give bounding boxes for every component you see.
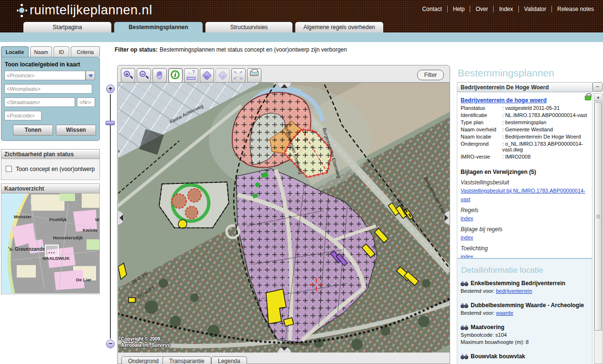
plan-result-box: Bedrijventerrein De Hoge Woerd Bedrijven…: [457, 82, 592, 364]
detail-info-item: Dubbelbestemming Waarde - Archeologie Be…: [461, 302, 589, 316]
nav-contact[interactable]: Contact: [417, 6, 447, 12]
chevron-down-icon: [88, 75, 93, 77]
sidebar-tab-naam[interactable]: Naam: [30, 46, 52, 57]
detail-info-item: Enkelbestemming Bedrijventerrein Bestemd…: [461, 280, 589, 294]
scrollbar-up-arrow[interactable]: ▲: [594, 94, 602, 101]
map-viewport[interactable]: Kleine Achterweg Kleine Achterweg Burgem…: [118, 82, 450, 353]
nav-over[interactable]: Over: [470, 6, 494, 12]
tab-algemene-regels[interactable]: Algemene regels overheden: [295, 21, 384, 32]
province-select[interactable]: [4, 71, 86, 80]
zoom-out-button[interactable]: −: [137, 68, 151, 83]
nav-validator[interactable]: Validator: [519, 6, 552, 12]
woonplaats-input[interactable]: [4, 84, 92, 94]
forward-arrow-icon: →: [218, 71, 227, 80]
pan-button[interactable]: [152, 68, 167, 83]
binoculars-icon: [461, 354, 468, 359]
attachment-link[interactable]: index: [461, 215, 473, 221]
sidebar-tab-locatie[interactable]: Locatie: [1, 46, 29, 57]
nav-release-notes[interactable]: Release notes: [552, 6, 599, 12]
overview-label-poeldijk: Poeldijk: [49, 217, 67, 222]
postcode-input[interactable]: [4, 111, 42, 120]
location-panel-title: Toon locatie/gebied in kaart: [5, 61, 80, 68]
site-header: ruimtelijkeplannen.nl ContactHelpOverInd…: [0, 0, 603, 32]
back-arrow-icon: ←: [202, 71, 212, 80]
detail-row: IMRO-versieIMRO2008: [461, 154, 591, 160]
zoom-slider-handle[interactable]: [106, 121, 115, 125]
measure-button[interactable]: ←?→: [184, 68, 198, 83]
overview-label-honselersdijk: Honselersdijk: [53, 235, 83, 240]
attachment-caption: Bijlage bij regels: [461, 226, 591, 233]
nr-input[interactable]: [77, 97, 95, 107]
info-icon: i: [171, 70, 180, 79]
overview-label-naaldwijk: NAALDWIJK: [43, 256, 70, 261]
print-button[interactable]: [247, 68, 261, 83]
results-panel-title: Bestemmingsplannen: [458, 67, 554, 79]
tab-legenda[interactable]: Legenda: [211, 356, 247, 364]
location-panel: Toon locatie/gebied in kaart Tonen Wisse…: [1, 57, 100, 141]
overview-extent-box[interactable]: [45, 245, 58, 256]
next-extent-button[interactable]: →: [215, 68, 230, 83]
tab-structuurvisies[interactable]: Structuurvisies: [205, 21, 293, 32]
overview-panel-body: Monster Poeldijk W Kwints Honselersdijk …: [1, 193, 100, 294]
nav-help[interactable]: Help: [448, 6, 471, 12]
visibility-panel-header: Zichtbaarheid plan status: [1, 149, 100, 159]
info-button[interactable]: i: [168, 68, 183, 83]
tab-transparantie[interactable]: Transparantie: [162, 356, 211, 364]
full-extent-icon: ↖↗↙↘: [234, 70, 244, 80]
plan-link[interactable]: Bedrijventerrein de hoge woerd: [461, 97, 547, 104]
print-icon: [250, 71, 258, 76]
overview-map[interactable]: Monster Poeldijk W Kwints Honselersdijk …: [1, 193, 99, 293]
full-extent-button[interactable]: ↖↗↙↘: [231, 68, 246, 83]
plan-details: Planstatusvastgesteld 2011-05-31 Identif…: [461, 105, 591, 161]
binoculars-icon: [461, 325, 468, 330]
map-filter-button[interactable]: Filter: [417, 70, 444, 80]
bestemd-voor-link[interactable]: bedrijventerrein: [496, 288, 532, 294]
plan-header: Bedrijventerrein De Hoge Woerd: [457, 82, 592, 92]
attachment-link[interactable]: Vaststellingsbesluit bij NL.IMRO.1783.AB…: [461, 188, 585, 202]
attachment-caption: Vaststellingsbesluit: [461, 179, 591, 186]
tab-ondergrond[interactable]: Ondergrond: [121, 356, 165, 364]
previous-extent-button[interactable]: ←: [200, 68, 214, 83]
sidebar-tab-id[interactable]: ID: [54, 46, 69, 57]
overview-label-monster: Monster: [14, 214, 32, 219]
sidebar-tab-criteria[interactable]: Criteria: [71, 46, 100, 57]
province-dropdown-button[interactable]: [86, 71, 95, 80]
detail-info-item: Bouwvlak bouwvlak: [461, 353, 589, 360]
overview-label-de-lier: De Lier: [76, 277, 92, 282]
bestemd-voor-link[interactable]: waarde: [496, 310, 513, 316]
detail-row: Type planbestemmingsplan: [461, 119, 591, 125]
map-copyright-line2: Aerodata Int. Surveys: [121, 343, 170, 348]
lock-icon: [585, 96, 591, 100]
map-zoom-slider: + −: [106, 85, 115, 348]
tab-bestemmingsplannen[interactable]: Bestemmingsplannen: [114, 21, 203, 32]
attachment-link[interactable]: index: [461, 235, 473, 240]
tab-startpagina[interactable]: Startpagina: [23, 21, 112, 32]
collapse-panel-button[interactable]: −: [592, 82, 603, 92]
concept-checkbox[interactable]: [6, 166, 12, 172]
map-copyright-line1: Copyright © 2009,: [121, 336, 162, 342]
zoom-in-icon: +: [124, 71, 130, 77]
detail-row: Ondergrondo_NL.IMRO.1783.ABP00000014-vas…: [461, 141, 591, 152]
straatnaam-input[interactable]: [4, 97, 75, 107]
panel-scrollbar[interactable]: ▲: [594, 93, 603, 364]
attachment-caption: Regels: [461, 207, 591, 214]
wissen-button[interactable]: Wissen: [56, 125, 96, 136]
nav-index[interactable]: Index: [494, 6, 518, 12]
scrollbar-thumb[interactable]: [594, 102, 602, 331]
zoom-in-slider-button[interactable]: +: [106, 85, 115, 93]
zoom-out-slider-button[interactable]: −: [106, 340, 115, 348]
zoom-in-button[interactable]: +: [121, 68, 135, 83]
tonen-button[interactable]: Tonen: [13, 125, 53, 136]
detail-row: Planstatusvastgesteld 2011-05-31: [461, 105, 591, 111]
binoculars-icon: [461, 303, 468, 308]
filter-status-message: Bestemmingsplannen met status concept en…: [160, 46, 347, 53]
filter-status-label: Filter op status:: [115, 46, 158, 53]
concept-checkbox-label: Toon concept en (voor)ontwerp: [16, 166, 95, 172]
zoom-out-icon: −: [140, 71, 146, 77]
overview-label-w: W: [95, 217, 99, 222]
site-logo: ruimtelijkeplannen.nl: [30, 3, 152, 18]
attachment-caption: Toelichting: [461, 245, 591, 252]
zoom-slider-track[interactable]: [110, 94, 111, 339]
map-panel: + − i ←?→ ← → ↖↗↙↘ Filter: [117, 65, 450, 364]
pan-hand-icon: [156, 71, 163, 79]
